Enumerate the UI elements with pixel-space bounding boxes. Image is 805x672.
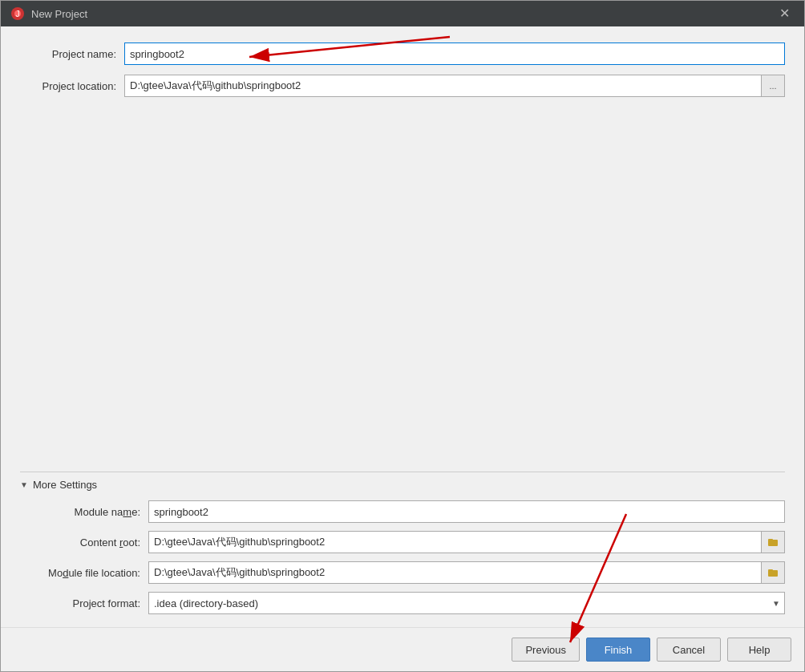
previous-button[interactable]: Previous bbox=[512, 638, 580, 662]
svg-rect-5 bbox=[768, 570, 778, 577]
project-name-row: Project name: bbox=[20, 43, 785, 65]
dialog-title: New Project bbox=[31, 8, 87, 20]
content-root-browse-button[interactable] bbox=[761, 531, 785, 553]
module-name-row: Module name: bbox=[20, 500, 785, 523]
title-bar-left: J New Project bbox=[10, 6, 87, 21]
module-name-label: Module name: bbox=[20, 506, 148, 518]
project-format-select-wrapper: .idea (directory-based) .ipr (file-based… bbox=[148, 592, 785, 614]
svg-text:J: J bbox=[16, 10, 20, 18]
svg-rect-4 bbox=[768, 539, 773, 540]
content-root-label: Content root: bbox=[20, 536, 148, 549]
dialog-content: Project name: Project location: ... ▼ Mo… bbox=[1, 26, 804, 627]
project-name-label: Project name: bbox=[20, 48, 124, 60]
svg-rect-3 bbox=[768, 540, 778, 546]
app-icon: J bbox=[10, 6, 25, 21]
module-file-location-row: Module file location: bbox=[20, 561, 785, 584]
project-location-browse-button[interactable]: ... bbox=[761, 75, 785, 97]
project-location-row: Project location: ... bbox=[20, 75, 785, 97]
content-root-row: Content root: bbox=[20, 531, 785, 553]
finish-button[interactable]: Finish bbox=[586, 638, 650, 662]
svg-rect-6 bbox=[768, 569, 773, 571]
folder-icon bbox=[767, 536, 779, 548]
dialog-footer: Previous Finish Cancel Help bbox=[1, 627, 804, 671]
new-project-dialog: J New Project ✕ Project name: Project lo… bbox=[0, 0, 805, 672]
content-root-browse bbox=[148, 531, 785, 553]
project-format-label: Project format: bbox=[20, 597, 148, 609]
module-file-location-label: Module file location: bbox=[20, 567, 148, 579]
cancel-button[interactable]: Cancel bbox=[657, 638, 721, 662]
more-settings-header[interactable]: ▼ More Settings bbox=[20, 479, 785, 491]
module-name-input[interactable] bbox=[148, 500, 785, 523]
help-button[interactable]: Help bbox=[727, 638, 791, 662]
more-settings-body: Module name: Content root: bbox=[20, 500, 785, 614]
project-format-row: Project format: .idea (directory-based) … bbox=[20, 592, 785, 614]
module-file-location-browse bbox=[148, 561, 785, 584]
content-root-input[interactable] bbox=[148, 531, 761, 553]
project-name-input[interactable] bbox=[124, 43, 785, 65]
project-location-input[interactable] bbox=[124, 75, 761, 97]
project-format-select[interactable]: .idea (directory-based) .ipr (file-based… bbox=[148, 592, 785, 614]
more-settings-label: More Settings bbox=[33, 479, 97, 491]
close-button[interactable]: ✕ bbox=[775, 6, 795, 22]
project-location-label: Project location: bbox=[20, 80, 124, 92]
more-settings-section: ▼ More Settings Module name: Content roo… bbox=[20, 472, 785, 614]
content-spacer bbox=[20, 107, 785, 472]
title-bar: J New Project ✕ bbox=[1, 1, 804, 26]
module-file-location-input[interactable] bbox=[148, 561, 761, 584]
module-file-location-browse-button[interactable] bbox=[761, 561, 785, 584]
project-location-browse: ... bbox=[124, 75, 785, 97]
collapse-arrow-icon: ▼ bbox=[20, 480, 28, 489]
folder-icon-2 bbox=[767, 567, 779, 578]
